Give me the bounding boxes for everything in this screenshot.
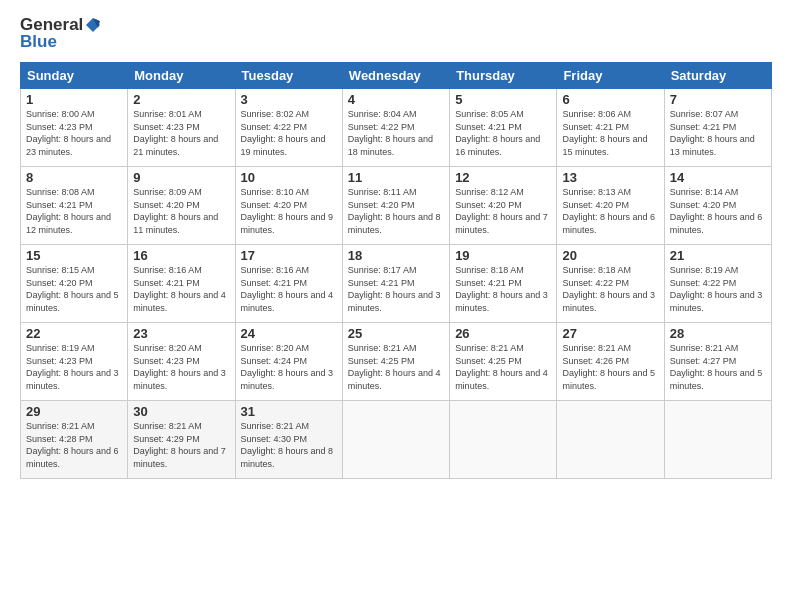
day-info: Sunrise: 8:18 AMSunset: 4:21 PMDaylight:… (455, 264, 551, 314)
day-number: 6 (562, 92, 658, 107)
day-number: 30 (133, 404, 229, 419)
day-number: 18 (348, 248, 444, 263)
calendar-cell: 22Sunrise: 8:19 AMSunset: 4:23 PMDayligh… (21, 323, 128, 401)
day-info: Sunrise: 8:17 AMSunset: 4:21 PMDaylight:… (348, 264, 444, 314)
day-info: Sunrise: 8:21 AMSunset: 4:25 PMDaylight:… (455, 342, 551, 392)
header: General Blue (20, 15, 772, 52)
header-monday: Monday (128, 63, 235, 89)
day-info: Sunrise: 8:02 AMSunset: 4:22 PMDaylight:… (241, 108, 337, 158)
day-number: 11 (348, 170, 444, 185)
calendar-cell: 25Sunrise: 8:21 AMSunset: 4:25 PMDayligh… (342, 323, 449, 401)
day-info: Sunrise: 8:21 AMSunset: 4:25 PMDaylight:… (348, 342, 444, 392)
calendar-cell: 1Sunrise: 8:00 AMSunset: 4:23 PMDaylight… (21, 89, 128, 167)
day-number: 22 (26, 326, 122, 341)
day-number: 8 (26, 170, 122, 185)
day-info: Sunrise: 8:01 AMSunset: 4:23 PMDaylight:… (133, 108, 229, 158)
day-info: Sunrise: 8:21 AMSunset: 4:27 PMDaylight:… (670, 342, 766, 392)
calendar-cell: 12Sunrise: 8:12 AMSunset: 4:20 PMDayligh… (450, 167, 557, 245)
day-number: 24 (241, 326, 337, 341)
day-info: Sunrise: 8:08 AMSunset: 4:21 PMDaylight:… (26, 186, 122, 236)
calendar-cell: 14Sunrise: 8:14 AMSunset: 4:20 PMDayligh… (664, 167, 771, 245)
calendar-week-1: 1Sunrise: 8:00 AMSunset: 4:23 PMDaylight… (21, 89, 772, 167)
logo-icon (84, 16, 102, 34)
calendar-cell: 23Sunrise: 8:20 AMSunset: 4:23 PMDayligh… (128, 323, 235, 401)
calendar-cell: 13Sunrise: 8:13 AMSunset: 4:20 PMDayligh… (557, 167, 664, 245)
day-number: 14 (670, 170, 766, 185)
day-number: 17 (241, 248, 337, 263)
calendar-cell (342, 401, 449, 479)
day-info: Sunrise: 8:06 AMSunset: 4:21 PMDaylight:… (562, 108, 658, 158)
day-number: 15 (26, 248, 122, 263)
calendar-cell: 2Sunrise: 8:01 AMSunset: 4:23 PMDaylight… (128, 89, 235, 167)
calendar-page: General Blue SundayMondayTuesdayWednesda… (0, 0, 792, 612)
calendar-cell: 9Sunrise: 8:09 AMSunset: 4:20 PMDaylight… (128, 167, 235, 245)
calendar-cell: 8Sunrise: 8:08 AMSunset: 4:21 PMDaylight… (21, 167, 128, 245)
calendar-cell: 26Sunrise: 8:21 AMSunset: 4:25 PMDayligh… (450, 323, 557, 401)
day-number: 26 (455, 326, 551, 341)
day-number: 31 (241, 404, 337, 419)
calendar-cell: 30Sunrise: 8:21 AMSunset: 4:29 PMDayligh… (128, 401, 235, 479)
day-info: Sunrise: 8:13 AMSunset: 4:20 PMDaylight:… (562, 186, 658, 236)
day-info: Sunrise: 8:16 AMSunset: 4:21 PMDaylight:… (133, 264, 229, 314)
day-info: Sunrise: 8:19 AMSunset: 4:23 PMDaylight:… (26, 342, 122, 392)
calendar-week-3: 15Sunrise: 8:15 AMSunset: 4:20 PMDayligh… (21, 245, 772, 323)
day-number: 1 (26, 92, 122, 107)
calendar-cell: 27Sunrise: 8:21 AMSunset: 4:26 PMDayligh… (557, 323, 664, 401)
day-number: 20 (562, 248, 658, 263)
day-info: Sunrise: 8:00 AMSunset: 4:23 PMDaylight:… (26, 108, 122, 158)
day-info: Sunrise: 8:15 AMSunset: 4:20 PMDaylight:… (26, 264, 122, 314)
day-info: Sunrise: 8:20 AMSunset: 4:23 PMDaylight:… (133, 342, 229, 392)
day-number: 13 (562, 170, 658, 185)
header-thursday: Thursday (450, 63, 557, 89)
calendar-cell: 15Sunrise: 8:15 AMSunset: 4:20 PMDayligh… (21, 245, 128, 323)
calendar-week-2: 8Sunrise: 8:08 AMSunset: 4:21 PMDaylight… (21, 167, 772, 245)
calendar-table: SundayMondayTuesdayWednesdayThursdayFrid… (20, 62, 772, 479)
header-saturday: Saturday (664, 63, 771, 89)
calendar-cell: 10Sunrise: 8:10 AMSunset: 4:20 PMDayligh… (235, 167, 342, 245)
header-tuesday: Tuesday (235, 63, 342, 89)
calendar-cell: 17Sunrise: 8:16 AMSunset: 4:21 PMDayligh… (235, 245, 342, 323)
day-number: 25 (348, 326, 444, 341)
calendar-cell: 18Sunrise: 8:17 AMSunset: 4:21 PMDayligh… (342, 245, 449, 323)
day-info: Sunrise: 8:14 AMSunset: 4:20 PMDaylight:… (670, 186, 766, 236)
calendar-cell: 4Sunrise: 8:04 AMSunset: 4:22 PMDaylight… (342, 89, 449, 167)
calendar-cell: 19Sunrise: 8:18 AMSunset: 4:21 PMDayligh… (450, 245, 557, 323)
day-info: Sunrise: 8:11 AMSunset: 4:20 PMDaylight:… (348, 186, 444, 236)
calendar-cell: 29Sunrise: 8:21 AMSunset: 4:28 PMDayligh… (21, 401, 128, 479)
day-number: 9 (133, 170, 229, 185)
day-info: Sunrise: 8:12 AMSunset: 4:20 PMDaylight:… (455, 186, 551, 236)
calendar-cell: 16Sunrise: 8:16 AMSunset: 4:21 PMDayligh… (128, 245, 235, 323)
calendar-cell: 7Sunrise: 8:07 AMSunset: 4:21 PMDaylight… (664, 89, 771, 167)
day-info: Sunrise: 8:21 AMSunset: 4:30 PMDaylight:… (241, 420, 337, 470)
logo-blue: Blue (20, 32, 57, 52)
day-info: Sunrise: 8:16 AMSunset: 4:21 PMDaylight:… (241, 264, 337, 314)
calendar-cell (450, 401, 557, 479)
day-number: 28 (670, 326, 766, 341)
day-info: Sunrise: 8:21 AMSunset: 4:26 PMDaylight:… (562, 342, 658, 392)
calendar-cell: 21Sunrise: 8:19 AMSunset: 4:22 PMDayligh… (664, 245, 771, 323)
day-number: 7 (670, 92, 766, 107)
day-info: Sunrise: 8:21 AMSunset: 4:28 PMDaylight:… (26, 420, 122, 470)
calendar-cell (557, 401, 664, 479)
header-friday: Friday (557, 63, 664, 89)
calendar-cell: 31Sunrise: 8:21 AMSunset: 4:30 PMDayligh… (235, 401, 342, 479)
day-info: Sunrise: 8:21 AMSunset: 4:29 PMDaylight:… (133, 420, 229, 470)
header-wednesday: Wednesday (342, 63, 449, 89)
day-number: 29 (26, 404, 122, 419)
header-sunday: Sunday (21, 63, 128, 89)
day-number: 27 (562, 326, 658, 341)
day-number: 10 (241, 170, 337, 185)
calendar-cell: 20Sunrise: 8:18 AMSunset: 4:22 PMDayligh… (557, 245, 664, 323)
calendar-cell: 5Sunrise: 8:05 AMSunset: 4:21 PMDaylight… (450, 89, 557, 167)
calendar-cell (664, 401, 771, 479)
day-number: 21 (670, 248, 766, 263)
calendar-cell: 6Sunrise: 8:06 AMSunset: 4:21 PMDaylight… (557, 89, 664, 167)
calendar-cell: 3Sunrise: 8:02 AMSunset: 4:22 PMDaylight… (235, 89, 342, 167)
day-info: Sunrise: 8:10 AMSunset: 4:20 PMDaylight:… (241, 186, 337, 236)
calendar-week-4: 22Sunrise: 8:19 AMSunset: 4:23 PMDayligh… (21, 323, 772, 401)
day-number: 23 (133, 326, 229, 341)
day-info: Sunrise: 8:09 AMSunset: 4:20 PMDaylight:… (133, 186, 229, 236)
logo: General Blue (20, 15, 103, 52)
day-number: 16 (133, 248, 229, 263)
day-number: 2 (133, 92, 229, 107)
